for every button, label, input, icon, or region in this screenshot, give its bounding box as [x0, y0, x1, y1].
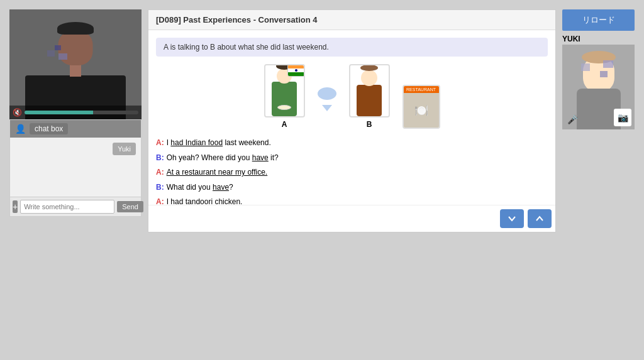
- chat-panel: 👤 chat box Yuki + Send: [9, 119, 142, 217]
- illustration-row: A B: [156, 64, 548, 129]
- scenario-box: A is talking to B about what she did las…: [156, 38, 548, 57]
- lesson-panel: [D089] Past Experiences - Conversation 4…: [148, 9, 556, 232]
- left-panel: 🔇 👤 chat box Yuki + Send: [9, 9, 142, 232]
- dialogue-b2-text: What did you have?: [167, 181, 233, 195]
- char-b-label: B: [367, 120, 372, 129]
- speaker-b-label: B:: [156, 151, 164, 165]
- right-panel: リロード YUKI 🎤 📷: [562, 9, 635, 232]
- nav-up-button[interactable]: [528, 209, 552, 228]
- dialogue-line-1: A: I had Indian food last weekend.: [156, 136, 548, 150]
- dialogue-a3-text: I had tandoori chicken.: [167, 195, 243, 205]
- store-body: 🍽️: [404, 93, 439, 128]
- camera-button[interactable]: 📷: [614, 109, 631, 126]
- character-a: A: [264, 64, 305, 129]
- speaker-b2-label: B:: [156, 181, 164, 195]
- dialogue-line-4: B: What did you have?: [156, 181, 548, 195]
- local-video: 🔇: [9, 9, 142, 119]
- video-bottom-bar: 🔇: [9, 106, 142, 119]
- speaker-a2-label: A:: [156, 166, 164, 180]
- lesson-footer: [148, 205, 555, 232]
- char-b-image: [349, 64, 390, 117]
- character-b: B: [349, 64, 390, 129]
- dialogue-b1-text: Oh yeah? Where did you have it?: [167, 151, 279, 165]
- reload-button[interactable]: リロード: [562, 9, 635, 31]
- dialogue-a1-text: I had Indian food last weekend.: [167, 136, 271, 150]
- camera-icon: 📷: [618, 112, 628, 123]
- lesson-content: A is talking to B about what she did las…: [148, 30, 555, 205]
- volume-bar: [25, 111, 138, 114]
- dialogue-a2-text: At a restaurant near my office.: [167, 166, 268, 180]
- remote-user-label: YUKI: [562, 33, 635, 45]
- video-placeholder: [9, 9, 142, 119]
- chat-input[interactable]: [20, 200, 114, 214]
- chat-add-button[interactable]: +: [13, 200, 18, 213]
- chat-messages: Yuki: [10, 138, 141, 197]
- dialogue-line-2: B: Oh yeah? Where did you have it?: [156, 151, 548, 165]
- store-sign: RESTAURANT: [404, 86, 439, 93]
- remote-mic-icon: 🎤: [567, 114, 578, 124]
- mic-icon: 🔇: [13, 108, 22, 117]
- chat-send-button[interactable]: Send: [117, 201, 143, 212]
- remote-video: 🎤 📷: [562, 45, 635, 129]
- speech-bubble: [318, 87, 336, 106]
- middle-panel: [D089] Past Experiences - Conversation 4…: [148, 9, 556, 232]
- dialogue-line-3: A: At a restaurant near my office.: [156, 166, 548, 180]
- chat-header: 👤 chat box: [10, 120, 141, 138]
- store-facade: RESTAURANT 🍽️: [404, 86, 439, 128]
- dialogue-line-5: A: I had tandoori chicken.: [156, 195, 548, 205]
- char-a-image: [264, 64, 305, 117]
- chat-bubble-yuki: Yuki: [113, 143, 136, 155]
- nav-down-button[interactable]: [500, 209, 524, 228]
- chat-title: chat box: [30, 123, 68, 134]
- char-a-label: A: [282, 120, 287, 129]
- lesson-title: [D089] Past Experiences - Conversation 4: [148, 10, 555, 30]
- store-image: RESTAURANT 🍽️: [402, 85, 440, 129]
- speaker-a3-label: A:: [156, 195, 164, 205]
- app-container: 🔇 👤 chat box Yuki + Send: [9, 9, 635, 232]
- dialogue: A: I had Indian food last weekend. B: Oh…: [156, 136, 548, 205]
- speaker-a-label: A:: [156, 136, 164, 150]
- chat-input-bar: + Send: [10, 197, 141, 216]
- volume-fill: [25, 111, 93, 114]
- chat-icon: 👤: [15, 124, 26, 134]
